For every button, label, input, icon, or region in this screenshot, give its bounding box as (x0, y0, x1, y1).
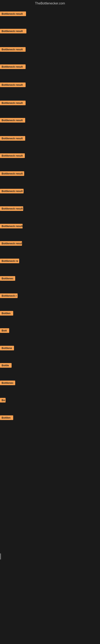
bottleneck-result-item[interactable]: Bottleneck result (0, 136, 25, 141)
bottleneck-result-item[interactable]: Bottleneck result (0, 118, 25, 122)
bottleneck-result-item[interactable]: Bottleneck result (0, 82, 26, 87)
bottleneck-result-item[interactable]: Bottleneck result (0, 100, 26, 105)
bottleneck-result-item[interactable]: Bottleneck result (0, 241, 22, 246)
bottleneck-result-item[interactable]: Bottleneck result (0, 153, 25, 158)
bottleneck-result-item[interactable]: Bottleneck result (0, 12, 26, 16)
bottleneck-result-item[interactable]: Bo (0, 398, 6, 402)
cursor-line (0, 554, 1, 560)
bottleneck-result-item[interactable]: Bottleneck result (0, 47, 26, 52)
bottleneck-result-item[interactable]: Bott (0, 328, 9, 333)
bottleneck-result-item[interactable]: Bottlen (0, 416, 13, 420)
bottleneck-result-item[interactable]: Bottlenec (0, 380, 15, 385)
bottleneck-result-item[interactable]: Bottleneck r (0, 294, 18, 298)
bottleneck-result-item[interactable]: Bottleneck result (0, 171, 24, 176)
bottleneck-result-item[interactable]: Bottlenec (0, 276, 15, 281)
site-title: TheBottlenecker.com (0, 0, 100, 7)
bottleneck-result-item[interactable]: Bottleneck result (0, 206, 23, 211)
bottleneck-result-item[interactable]: Bottleneck re (0, 258, 19, 263)
bottleneck-result-item[interactable]: Bottlen (0, 311, 13, 316)
bottleneck-result-item[interactable]: Bottleneck result (0, 189, 24, 194)
bottleneck-result-item[interactable]: Bottle (0, 363, 12, 368)
bottleneck-result-item[interactable]: Bottleneck result (0, 224, 23, 228)
bottleneck-result-item[interactable]: Bottleneck result (0, 29, 26, 34)
bottleneck-result-item[interactable]: Bottlene (0, 346, 14, 350)
bottleneck-result-item[interactable]: Bottleneck result (0, 64, 26, 69)
